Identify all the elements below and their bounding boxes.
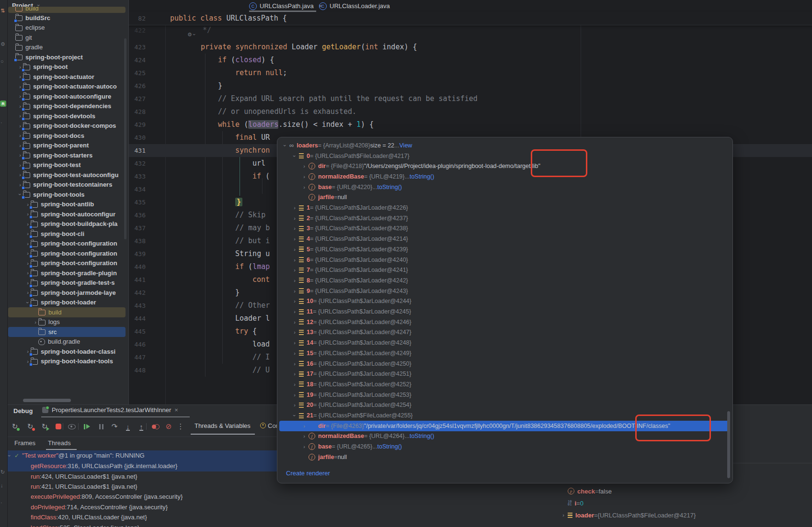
chevron-right-icon[interactable]: › [292,225,297,231]
popup-action-link[interactable]: View [400,142,412,149]
sidebar-item-spring-boot-cli[interactable]: ›spring-boot-cli [7,229,128,239]
chevron-right-icon[interactable]: › [292,350,297,356]
sidebar-item-spring-boot-test[interactable]: ›spring-boot-test [7,160,128,170]
code-line-428[interactable]: 428// or unopenedUrls is exhausted. [128,105,812,118]
sidebar-item-spring-boot-project[interactable]: spring-boot-project [7,52,128,62]
sidebar-item-spring-boot-jarmode-laye[interactable]: ›spring-boot-jarmode-laye [7,288,128,298]
sidebar-item-spring-boot-testcontainers[interactable]: ›spring-boot-testcontainers [7,180,128,190]
popup-row-11[interactable]: ›11 = {URLClassPath$JarLoader@4245} [277,306,732,317]
chevron-right-icon[interactable]: › [292,340,297,346]
sidebar-item-spring-boot-docker-compos[interactable]: ›spring-boot-docker-compos [7,121,128,131]
code-line-426[interactable]: 426} [128,79,812,92]
sidebar-item-spring-boot-docs[interactable]: ›spring-boot-docs [7,131,128,141]
tree-horizontal-scrollbar[interactable] [23,399,71,402]
popup-row-19[interactable]: ›19 = {URLClassPath$JarLoader@4253} [277,390,732,400]
sidebar-item-build-gradle[interactable]: build.gradle [7,337,128,347]
sidebar-item-src[interactable]: ›src [7,327,128,337]
chevron-down-icon[interactable]: › [192,34,197,35]
popup-row-normalizedBase[interactable]: ›fnormalizedBase = {URL@4219} ... toStri… [277,171,732,182]
sidebar-item-spring-boot-gradle-test-s[interactable]: ›spring-boot-gradle-test-s [7,278,128,288]
popup-row-base[interactable]: ›fbase = {URL@4265} ... toString() [277,441,732,452]
popup-row-13[interactable]: ›13 = {URLClassPath$JarLoader@4247} [277,327,732,338]
chevron-right-icon[interactable]: › [292,298,297,304]
sidebar-item-git[interactable]: git [7,33,128,43]
sidebar-item-buildsrc[interactable]: buildSrc [7,13,128,23]
stack-frame-row[interactable]: getResource:316, URLClassPath {jdk.inter… [0,461,277,471]
popup-scrollbar[interactable] [727,411,730,478]
structure-icon[interactable]: ⇅ [0,8,5,13]
rerun-button[interactable]: ↻ [11,422,19,431]
sidebar-item-spring-boot-antlib[interactable]: ›spring-boot-antlib [7,200,128,210]
chevron-right-icon[interactable]: › [292,402,297,408]
sidebar-item-gradle[interactable]: gradle [7,43,128,53]
chevron-right-icon[interactable]: › [301,174,307,179]
popup-row-loaders[interactable]: ›∞loaders = {ArrayList@4208} size = 22 .… [277,140,732,151]
variable-row-check[interactable]: pcheck = false [560,486,612,496]
tree-vertical-scrollbar[interactable] [124,38,126,239]
chevron-right-icon[interactable]: › [292,361,297,367]
variable-row-i[interactable]: 1001i = 0 [560,498,583,508]
sidebar-item-spring-boot-tools[interactable]: ›spring-boot-tools [7,190,128,200]
code-line-427[interactable]: 427// Expand URL search path until the r… [128,92,812,105]
rerun-rail-icon[interactable]: ↻ [0,469,5,475]
chevron-right-icon[interactable]: › [292,309,297,314]
stop-button[interactable] [54,422,63,431]
popup-row-17[interactable]: ›17 = {URLClassPath$JarLoader@4251} [277,369,732,379]
chevron-right-icon[interactable]: › [292,257,297,263]
popup-row-0[interactable]: ›0 = {URLClassPath$FileLoader@4217} [277,151,732,161]
code-line-82[interactable]: 82public class URLClassPath { [128,12,812,25]
chevron-right-icon[interactable]: › [301,444,307,449]
popup-row-2[interactable]: ›2 = {URLClassPath$JarLoader@4237} [277,213,732,224]
editor-tab-urlclassloader-java[interactable]: CURLClassLoader.java [319,0,390,12]
step-rail-icon[interactable]: ↓ [0,482,3,488]
code-line-425[interactable]: 425return null; [128,67,812,79]
code-line-423[interactable]: 423private synchronized Loader getLoader… [128,41,812,54]
sidebar-item-spring-boot-buildpack-pla[interactable]: ›spring-boot-buildpack-pla [7,219,128,229]
stack-frame-row[interactable]: loadClass:525, ClassLoader {java.lang} [0,522,277,527]
more-rail-icon[interactable]: · [0,500,2,505]
code-line-429[interactable]: 429while (loaders.size() < index + 1) { [128,118,812,131]
stack-frame-row[interactable]: executePrivileged:809, AccessController … [0,492,277,502]
chevron-right-icon[interactable]: › [301,184,307,190]
mute-breakpoints-button[interactable] [151,422,160,431]
run-badge-icon[interactable]: R [0,101,6,107]
chevron-right-icon[interactable]: › [301,423,307,429]
resume-button[interactable] [82,422,91,431]
step-rerun-button[interactable]: ↻ [40,422,49,431]
popup-row-15[interactable]: ›15 = {URLClassPath$JarLoader@4249} [277,348,732,359]
popup-row-1[interactable]: ›1 = {URLClassPath$JarLoader@4226} [277,202,732,213]
popup-row-jarfile[interactable]: fjarfile = null [277,192,732,203]
sidebar-item-spring-boot-autoconfigur[interactable]: ›spring-boot-autoconfigur [7,209,128,219]
popup-row-9[interactable]: ›9 = {URLClassPath$JarLoader@4243} [277,286,732,296]
popup-row-dir[interactable]: ›fdir = {File@4218} "/Users/zengsl/Proje… [277,161,732,171]
stack-frame-row[interactable]: findClass:420, URLClassLoader {java.net} [0,512,277,523]
sidebar-item-spring-boot-devtools[interactable]: ›spring-boot-devtools [7,111,128,121]
popup-row-5[interactable]: ›5 = {URLClassPath$JarLoader@4239} [277,244,732,255]
sidebar-item-logs[interactable]: ›logs [7,317,128,327]
step-over-button[interactable]: ↷ [110,422,119,431]
stack-frame-row[interactable]: doPrivileged:714, AccessController {java… [0,502,277,513]
popup-action-link[interactable]: toString() [377,184,402,191]
chevron-right-icon[interactable]: › [292,371,297,377]
pause-button[interactable] [97,422,105,431]
stack-frame-row[interactable]: run:424, URLClassLoader$1 {java.net} [0,471,277,482]
create-renderer-link[interactable]: Create renderer [286,470,330,477]
popup-action-link[interactable]: toString() [377,443,402,450]
chevron-right-icon[interactable]: › [292,319,297,325]
sidebar-item-spring-boot-configuration[interactable]: ›spring-boot-configuration [7,239,128,249]
sidebar-item-spring-boot-gradle-plugin[interactable]: ›spring-boot-gradle-plugin [7,268,128,278]
popup-row-4[interactable]: ›4 = {URLClassPath$JarLoader@4214} [277,234,732,244]
popup-row-14[interactable]: ›14 = {URLClassPath$JarLoader@4248} [277,337,732,348]
sidebar-item-spring-boot-autoconfigure[interactable]: ›spring-boot-autoconfigure [7,91,128,101]
sidebar-item-spring-boot-actuator-autoco[interactable]: ›spring-boot-actuator-autoco [7,82,128,92]
chevron-right-icon[interactable]: › [560,512,566,518]
sidebar-item-spring-boot-parent[interactable]: ›spring-boot-parent [7,141,128,151]
tab-frames[interactable]: Frames [14,439,35,447]
step-out-button[interactable]: ↑ [137,422,146,431]
sidebar-item-spring-boot-configuration[interactable]: ›spring-boot-configuration [7,258,128,269]
sidebar-item-spring-boot-test-autoconfigu[interactable]: ›spring-boot-test-autoconfigu [7,170,128,180]
popup-action-link[interactable]: toString() [410,173,434,180]
sidebar-item-spring-boot-dependencies[interactable]: ›spring-boot-dependencies [7,101,128,112]
popup-row-8[interactable]: ›8 = {URLClassPath$JarLoader@4242} [277,275,732,286]
thread-row[interactable]: ›✓"Test worker"@1 in group "main": RUNNI… [0,450,277,461]
